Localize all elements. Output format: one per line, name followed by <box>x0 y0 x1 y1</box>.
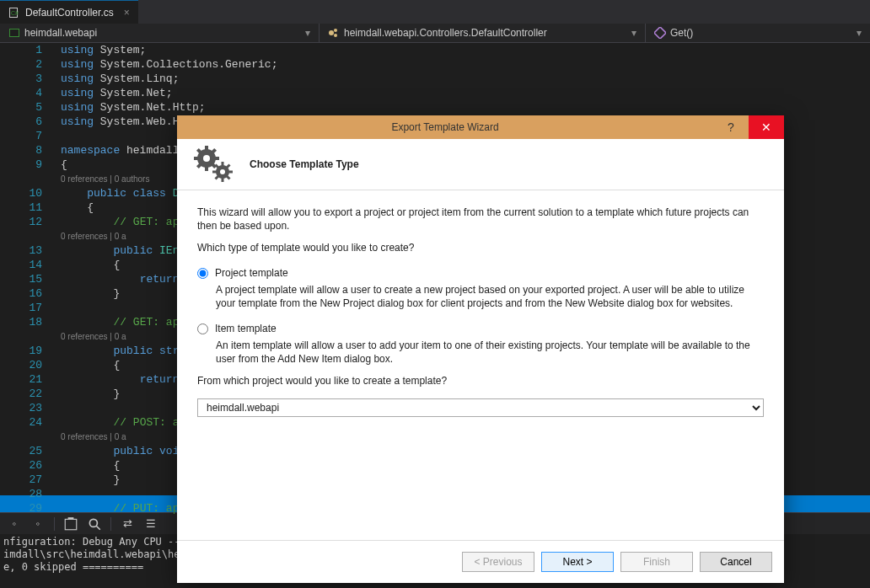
svg-rect-15 <box>205 166 208 171</box>
chevron-down-icon: ▾ <box>857 27 862 39</box>
svg-rect-25 <box>222 178 224 182</box>
cancel-button[interactable]: Cancel <box>700 552 772 572</box>
breadcrumb: heimdall.webapi ▾ heimdall.webapi.Contro… <box>0 24 870 43</box>
svg-point-7 <box>334 34 337 37</box>
item-template-radio-input[interactable] <box>197 323 208 334</box>
dialog-title: Export Template Wizard <box>177 121 713 133</box>
item-template-radio[interactable]: Item template <box>197 318 764 339</box>
find-icon[interactable] <box>87 516 102 532</box>
chevron-down-icon: ▾ <box>305 27 310 39</box>
svg-point-6 <box>334 29 337 32</box>
item-template-label: Item template <box>215 322 277 335</box>
method-icon <box>654 27 666 39</box>
project-template-label: Project template <box>215 266 288 280</box>
svg-rect-24 <box>222 162 224 166</box>
gears-icon <box>192 144 234 184</box>
svg-point-13 <box>203 155 210 162</box>
breadcrumb-class[interactable]: heimdall.webapi.Controllers.DefaultContr… <box>319 24 645 42</box>
previous-button: < Previous <box>462 552 534 572</box>
nav-back-icon[interactable]: ◦ <box>7 516 22 532</box>
line-number-gutter: 1234567891011121314151617181920212223242… <box>0 43 47 495</box>
export-template-wizard-dialog: Export Template Wizard ? ✕ Choose Templa… <box>177 115 784 583</box>
svg-rect-9 <box>65 519 77 529</box>
intro-text: This wizard will allow you to export a p… <box>197 206 764 233</box>
breadcrumb-project-label: heimdall.webapi <box>24 27 97 39</box>
tab-bar: C# DefaultController.cs × <box>0 0 870 24</box>
finish-button: Finish <box>620 552 693 572</box>
word-wrap-icon[interactable]: ⇄ <box>120 516 135 532</box>
clear-icon[interactable] <box>63 516 78 532</box>
breadcrumb-member-label: Get() <box>670 27 693 39</box>
breadcrumb-member[interactable]: Get() ▾ <box>645 24 870 42</box>
tab-default-controller[interactable]: C# DefaultController.cs × <box>0 0 138 24</box>
item-template-desc: An item template will allow a user to ad… <box>216 339 764 366</box>
project-template-radio[interactable]: Project template <box>197 263 764 283</box>
csharp-file-icon: C# <box>8 7 20 19</box>
svg-rect-4 <box>10 29 19 36</box>
svg-line-11 <box>96 526 100 530</box>
svg-rect-26 <box>212 171 217 174</box>
nav-fwd-icon[interactable]: ◦ <box>30 516 46 532</box>
svg-point-10 <box>89 519 97 527</box>
svg-rect-27 <box>228 171 233 174</box>
project-select[interactable]: heimdall.webapi <box>197 398 764 417</box>
svg-point-23 <box>220 169 225 174</box>
project-question: From which project would you like to cre… <box>197 374 764 388</box>
svg-rect-16 <box>194 157 199 160</box>
svg-rect-17 <box>214 157 219 160</box>
breadcrumb-class-label: heimdall.webapi.Controllers.DefaultContr… <box>344 27 547 39</box>
project-template-desc: A project template will allow a user to … <box>216 283 764 310</box>
dialog-footer: < Previous Next > Finish Cancel <box>177 540 784 583</box>
dialog-header: Choose Template Type <box>177 139 784 190</box>
help-icon[interactable]: ? <box>713 115 749 139</box>
class-icon <box>328 27 340 39</box>
close-icon[interactable]: ✕ <box>749 115 784 139</box>
svg-text:C#: C# <box>11 10 19 16</box>
dialog-titlebar[interactable]: Export Template Wizard ? ✕ <box>177 115 784 139</box>
dialog-body: This wizard will allow you to export a p… <box>177 190 784 540</box>
close-icon[interactable]: × <box>124 7 130 19</box>
question-text: Which type of template would you like to… <box>197 241 764 254</box>
svg-rect-8 <box>654 27 666 39</box>
project-icon <box>8 27 20 39</box>
list-icon[interactable]: ☰ <box>143 516 158 532</box>
dialog-heading: Choose Template Type <box>250 158 359 170</box>
chevron-down-icon: ▾ <box>631 27 636 39</box>
tab-label: DefaultController.cs <box>25 7 114 19</box>
svg-rect-14 <box>205 146 208 151</box>
project-template-radio-input[interactable] <box>197 268 208 279</box>
breadcrumb-project[interactable]: heimdall.webapi ▾ <box>0 24 319 42</box>
next-button[interactable]: Next > <box>541 552 614 572</box>
svg-point-5 <box>329 30 334 35</box>
